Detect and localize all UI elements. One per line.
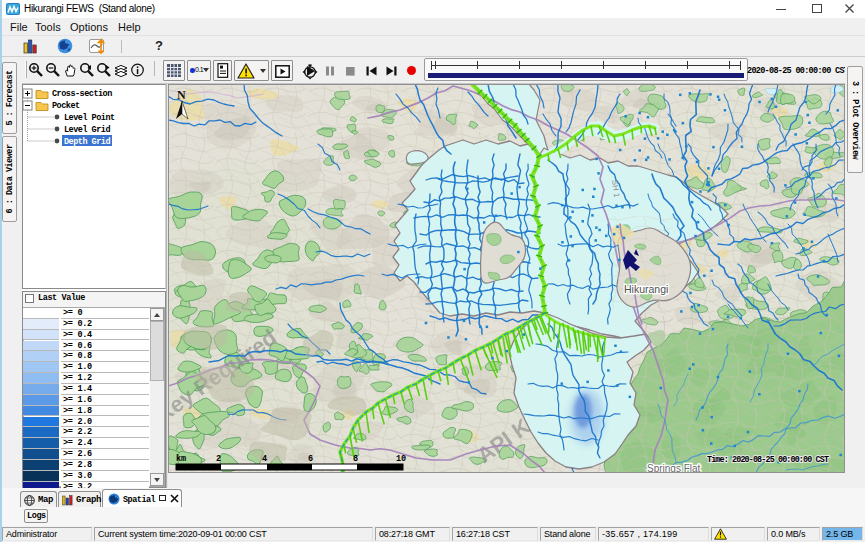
svg-text:Time: 2020-08-25 00:00:00 CST: Time: 2020-08-25 00:00:00 CST xyxy=(707,455,829,465)
svg-text:6: 6 xyxy=(308,454,313,464)
svg-text:km: km xyxy=(176,454,186,464)
svg-text:10: 10 xyxy=(396,454,406,464)
svg-text:Springs Flat: Springs Flat xyxy=(647,463,701,474)
svg-text:8: 8 xyxy=(353,454,358,464)
svg-text:Hikurangi: Hikurangi xyxy=(624,283,668,295)
svg-text:4: 4 xyxy=(262,454,267,464)
svg-text:N: N xyxy=(177,88,186,102)
svg-text:2: 2 xyxy=(216,454,221,464)
